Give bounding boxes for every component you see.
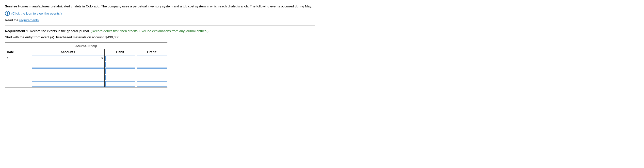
debit-cell-3[interactable] [105,68,136,74]
table-row [5,68,168,74]
company-name: Sunrise [5,5,17,8]
accounts-cell-5[interactable] [31,81,104,88]
credit-input-5[interactable] [137,81,167,87]
debit-input-1[interactable] [105,56,136,61]
table-row [5,81,168,88]
requirement-heading: Requirement 1. Record the events in the … [5,29,315,33]
debit-cell-1[interactable] [105,55,136,62]
requirement-main-text: Record the events in the general journal… [29,29,90,33]
account-input-3[interactable] [32,68,104,74]
read-suffix: . [39,18,40,22]
section-divider [5,25,315,26]
info-row: i (Click the icon to view the events.) [5,11,315,16]
debit-cell-4[interactable] [105,74,136,81]
date-cell-4 [5,74,31,81]
accounts-cell-3[interactable] [31,68,104,74]
journal-entry-wrapper: Journal Entry Date Accounts Debit Credit… [5,42,168,88]
debit-cell-5[interactable] [105,81,136,88]
credit-input-2[interactable] [137,62,167,67]
account-input-2[interactable] [32,62,104,67]
col-header-date: Date [5,49,31,55]
requirements-link[interactable]: requirements [20,18,39,22]
intro-paragraph: Sunrise Homes manufactures prefabricated… [5,4,315,9]
table-row [5,74,168,81]
account-input-1[interactable] [32,56,104,61]
accounts-cell-2[interactable] [31,61,104,68]
account-input-4[interactable] [32,75,104,80]
debit-input-3[interactable] [105,68,136,74]
debit-cell-2[interactable] [105,61,136,68]
journal-table: Date Accounts Debit Credit a. [5,49,168,88]
credit-input-4[interactable] [137,75,167,80]
row-label-a: a. [7,56,10,60]
credit-cell-5[interactable] [136,81,168,88]
debit-input-5[interactable] [105,81,136,87]
table-row [5,61,168,68]
credit-cell-2[interactable] [136,61,168,68]
info-icon[interactable]: i [5,11,10,16]
credit-cell-4[interactable] [136,74,168,81]
read-requirements-line: Read the requirements. [5,18,315,22]
date-cell-2 [5,61,31,68]
intro-body: Homes manufactures prefabricated chalets… [17,5,312,8]
read-prefix: Read the [5,18,20,22]
account-select-wrapper-1[interactable] [32,56,104,61]
debit-input-2[interactable] [105,62,136,67]
journal-title: Journal Entry [5,43,168,49]
accounts-cell-1[interactable] [31,55,104,62]
debit-input-4[interactable] [105,75,136,80]
start-text: Start with the entry from event (a). Pur… [5,35,315,39]
credit-input-3[interactable] [137,68,167,74]
accounts-cell-4[interactable] [31,74,104,81]
date-cell-3 [5,68,31,74]
credit-input-1[interactable] [137,56,167,61]
events-link[interactable]: (Click the icon to view the events.) [11,12,62,15]
col-header-debit: Debit [105,49,136,55]
requirement-instruction: (Record debits first, then credits. Excl… [90,29,208,33]
credit-cell-1[interactable] [136,55,168,62]
table-row: a. [5,55,168,62]
date-cell-5 [5,81,31,88]
col-header-credit: Credit [136,49,168,55]
date-cell-1: a. [5,55,31,62]
col-header-accounts: Accounts [31,49,104,55]
account-input-5[interactable] [32,81,104,87]
table-header-row: Date Accounts Debit Credit [5,49,168,55]
credit-cell-3[interactable] [136,68,168,74]
requirement-label: Requirement 1. [5,29,29,33]
